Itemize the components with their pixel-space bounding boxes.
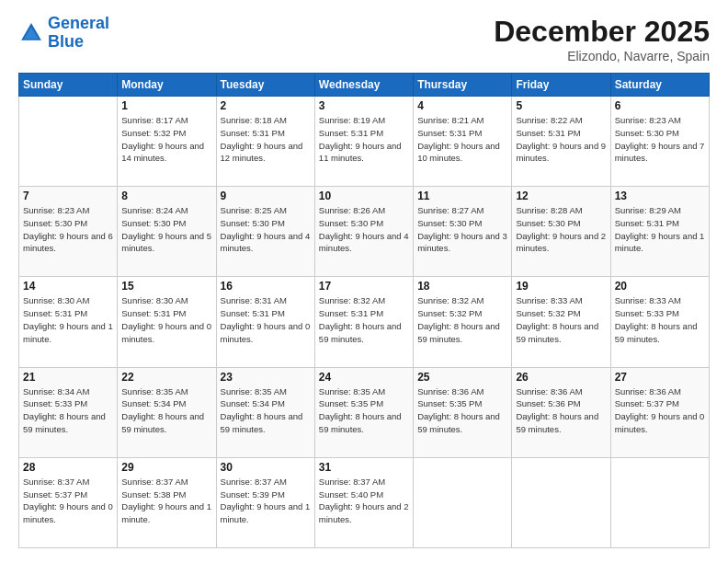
calendar-cell: 1Sunrise: 8:17 AMSunset: 5:32 PMDaylight… [118, 97, 216, 187]
day-number: 30 [221, 461, 311, 474]
logo-general: General [48, 14, 109, 32]
calendar-cell [512, 457, 610, 547]
day-number: 22 [121, 371, 211, 384]
calendar-cell: 21Sunrise: 8:34 AMSunset: 5:33 PMDayligh… [19, 367, 118, 457]
day-info: Sunrise: 8:37 AMSunset: 5:38 PMDaylight:… [121, 476, 211, 526]
day-info: Sunrise: 8:26 AMSunset: 5:30 PMDaylight:… [319, 204, 409, 255]
calendar-cell: 11Sunrise: 8:27 AMSunset: 5:30 PMDayligh… [414, 187, 512, 277]
day-number: 17 [319, 280, 409, 293]
day-number: 20 [615, 280, 705, 293]
col-header-tuesday: Tuesday [216, 74, 314, 97]
calendar-cell: 12Sunrise: 8:28 AMSunset: 5:30 PMDayligh… [512, 187, 610, 277]
day-number: 1 [121, 99, 211, 112]
day-info: Sunrise: 8:35 AMSunset: 5:35 PMDaylight:… [319, 385, 409, 436]
day-number: 8 [121, 190, 211, 202]
calendar-cell: 22Sunrise: 8:35 AMSunset: 5:34 PMDayligh… [118, 367, 216, 457]
calendar-cell: 31Sunrise: 8:37 AMSunset: 5:40 PMDayligh… [314, 457, 413, 547]
page: General Blue December 2025 Elizondo, Nav… [0, 0, 728, 563]
day-info: Sunrise: 8:25 AMSunset: 5:30 PMDaylight:… [221, 204, 311, 255]
day-number: 24 [319, 371, 409, 384]
calendar-cell: 20Sunrise: 8:33 AMSunset: 5:33 PMDayligh… [610, 277, 709, 367]
day-number: 11 [417, 190, 507, 202]
calendar-cell: 14Sunrise: 8:30 AMSunset: 5:31 PMDayligh… [19, 277, 118, 367]
day-number: 26 [516, 371, 606, 384]
day-info: Sunrise: 8:31 AMSunset: 5:31 PMDaylight:… [221, 294, 311, 345]
day-number: 15 [121, 280, 211, 293]
day-info: Sunrise: 8:22 AMSunset: 5:31 PMDaylight:… [516, 114, 606, 165]
calendar-cell: 27Sunrise: 8:36 AMSunset: 5:37 PMDayligh… [610, 367, 709, 457]
calendar-cell: 8Sunrise: 8:24 AMSunset: 5:30 PMDaylight… [118, 187, 216, 277]
day-info: Sunrise: 8:36 AMSunset: 5:35 PMDaylight:… [417, 385, 507, 436]
calendar-cell: 7Sunrise: 8:23 AMSunset: 5:30 PMDaylight… [19, 187, 118, 277]
calendar-cell: 3Sunrise: 8:19 AMSunset: 5:31 PMDaylight… [314, 97, 413, 187]
title-section: December 2025 Elizondo, Navarre, Spain [494, 15, 710, 63]
calendar-cell: 6Sunrise: 8:23 AMSunset: 5:30 PMDaylight… [610, 97, 709, 187]
day-number: 27 [615, 371, 705, 384]
calendar-cell: 23Sunrise: 8:35 AMSunset: 5:34 PMDayligh… [216, 367, 314, 457]
day-number: 6 [615, 99, 705, 112]
day-number: 2 [221, 99, 311, 112]
day-number: 23 [221, 371, 311, 384]
day-number: 28 [23, 461, 113, 474]
col-header-monday: Monday [118, 74, 216, 97]
calendar-cell: 26Sunrise: 8:36 AMSunset: 5:36 PMDayligh… [512, 367, 610, 457]
day-info: Sunrise: 8:33 AMSunset: 5:33 PMDaylight:… [615, 294, 705, 345]
day-info: Sunrise: 8:32 AMSunset: 5:31 PMDaylight:… [319, 294, 409, 345]
day-info: Sunrise: 8:21 AMSunset: 5:31 PMDaylight:… [417, 114, 507, 165]
day-number: 5 [516, 99, 606, 112]
day-info: Sunrise: 8:33 AMSunset: 5:32 PMDaylight:… [516, 294, 606, 345]
day-number: 12 [516, 190, 606, 202]
calendar-cell [19, 97, 118, 187]
day-number: 18 [417, 280, 507, 293]
day-info: Sunrise: 8:36 AMSunset: 5:37 PMDaylight:… [615, 385, 705, 436]
day-number: 9 [221, 190, 311, 202]
day-number: 21 [23, 371, 113, 384]
day-info: Sunrise: 8:23 AMSunset: 5:30 PMDaylight:… [615, 114, 705, 165]
calendar-cell: 13Sunrise: 8:29 AMSunset: 5:31 PMDayligh… [610, 187, 709, 277]
day-number: 3 [319, 99, 409, 112]
day-info: Sunrise: 8:30 AMSunset: 5:31 PMDaylight:… [23, 294, 113, 345]
day-info: Sunrise: 8:17 AMSunset: 5:32 PMDaylight:… [121, 114, 211, 165]
header: General Blue December 2025 Elizondo, Nav… [18, 15, 710, 63]
calendar-cell: 17Sunrise: 8:32 AMSunset: 5:31 PMDayligh… [314, 277, 413, 367]
calendar-cell [414, 457, 512, 547]
day-info: Sunrise: 8:28 AMSunset: 5:30 PMDaylight:… [516, 204, 606, 255]
day-number: 7 [23, 190, 113, 202]
day-info: Sunrise: 8:37 AMSunset: 5:40 PMDaylight:… [319, 476, 409, 526]
day-info: Sunrise: 8:34 AMSunset: 5:33 PMDaylight:… [23, 385, 113, 436]
day-info: Sunrise: 8:23 AMSunset: 5:30 PMDaylight:… [23, 204, 113, 255]
day-number: 31 [319, 461, 409, 474]
day-info: Sunrise: 8:29 AMSunset: 5:31 PMDaylight:… [615, 204, 705, 255]
day-number: 10 [319, 190, 409, 202]
calendar-cell: 29Sunrise: 8:37 AMSunset: 5:38 PMDayligh… [118, 457, 216, 547]
day-info: Sunrise: 8:35 AMSunset: 5:34 PMDaylight:… [121, 385, 211, 436]
day-number: 14 [23, 280, 113, 293]
day-number: 16 [221, 280, 311, 293]
calendar-cell: 16Sunrise: 8:31 AMSunset: 5:31 PMDayligh… [216, 277, 314, 367]
logo-blue: Blue [48, 32, 84, 51]
col-header-saturday: Saturday [610, 74, 709, 97]
calendar-cell: 24Sunrise: 8:35 AMSunset: 5:35 PMDayligh… [314, 367, 413, 457]
day-info: Sunrise: 8:27 AMSunset: 5:30 PMDaylight:… [417, 204, 507, 255]
logo: General Blue [18, 15, 109, 52]
logo-text: General Blue [48, 15, 109, 52]
day-info: Sunrise: 8:24 AMSunset: 5:30 PMDaylight:… [121, 204, 211, 255]
calendar-cell: 5Sunrise: 8:22 AMSunset: 5:31 PMDaylight… [512, 97, 610, 187]
day-info: Sunrise: 8:36 AMSunset: 5:36 PMDaylight:… [516, 385, 606, 436]
day-info: Sunrise: 8:37 AMSunset: 5:39 PMDaylight:… [221, 476, 311, 526]
day-number: 25 [417, 371, 507, 384]
calendar-cell: 10Sunrise: 8:26 AMSunset: 5:30 PMDayligh… [314, 187, 413, 277]
col-header-thursday: Thursday [414, 74, 512, 97]
calendar-cell [610, 457, 709, 547]
calendar-cell: 15Sunrise: 8:30 AMSunset: 5:31 PMDayligh… [118, 277, 216, 367]
calendar-cell: 18Sunrise: 8:32 AMSunset: 5:32 PMDayligh… [414, 277, 512, 367]
calendar-cell: 28Sunrise: 8:37 AMSunset: 5:37 PMDayligh… [19, 457, 118, 547]
month-title: December 2025 [494, 15, 710, 49]
col-header-friday: Friday [512, 74, 610, 97]
day-info: Sunrise: 8:18 AMSunset: 5:31 PMDaylight:… [221, 114, 311, 165]
calendar-cell: 19Sunrise: 8:33 AMSunset: 5:32 PMDayligh… [512, 277, 610, 367]
calendar-cell: 4Sunrise: 8:21 AMSunset: 5:31 PMDaylight… [414, 97, 512, 187]
logo-icon [18, 20, 44, 46]
day-number: 4 [417, 99, 507, 112]
col-header-wednesday: Wednesday [314, 74, 413, 97]
